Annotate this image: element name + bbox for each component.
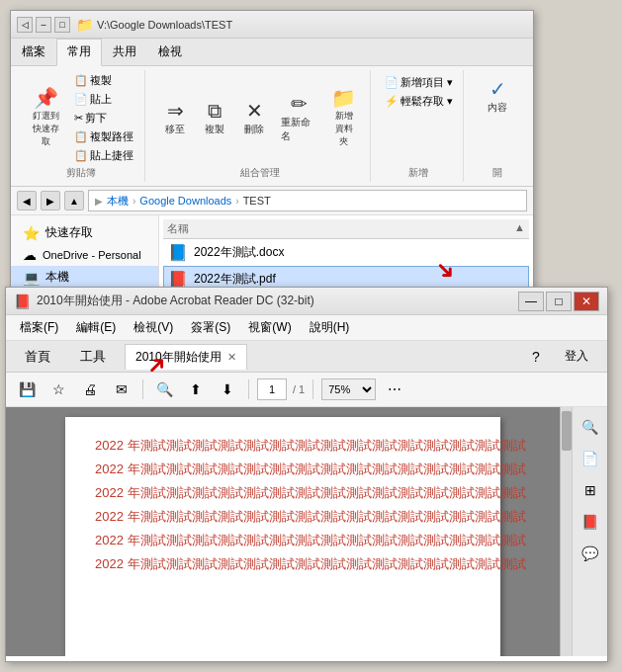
acrobat-title-icon: 📕 xyxy=(14,294,31,309)
rename-label: 重新命名 xyxy=(281,116,316,143)
delete-label: 刪除 xyxy=(244,123,264,136)
scrollbar-thumb[interactable] xyxy=(562,411,572,451)
pdf-line-5: 2022 年測試測試測試測試測試測試測試測試測試測試測試測試測試測試測試 xyxy=(95,532,471,549)
minimize-button[interactable]: — xyxy=(518,292,544,311)
acrobat-menubar: 檔案(F) 編輯(E) 檢視(V) 簽署(S) 視窗(W) 說明(H) xyxy=(6,315,607,341)
menu-view[interactable]: 檢視(V) xyxy=(128,317,179,338)
open-label: 開 xyxy=(492,164,502,180)
menu-edit[interactable]: 編輯(E) xyxy=(70,317,122,338)
menu-window[interactable]: 視窗(W) xyxy=(242,317,297,338)
onedrive-icon: ☁ xyxy=(23,247,37,263)
up-button[interactable]: ▲ xyxy=(64,191,84,210)
menu-sign[interactable]: 簽署(S) xyxy=(185,317,236,338)
scroll-down-button[interactable]: ⬇ xyxy=(215,377,240,402)
tab-view[interactable]: 檢視 xyxy=(147,39,193,65)
pin-icon: 📌 xyxy=(34,88,58,108)
help-button[interactable]: ? xyxy=(522,343,550,371)
copy-label: 複製 xyxy=(90,73,112,88)
tab-close-button[interactable]: ✕ xyxy=(227,351,236,364)
copy-path-label: 複製路徑 xyxy=(90,129,133,144)
properties-button[interactable]: ✓ 內容 xyxy=(480,76,515,118)
cut-label: 剪下 xyxy=(85,111,107,126)
menu-file[interactable]: 檔案(F) xyxy=(14,317,64,338)
explorer-folder-icon: 📁 xyxy=(76,17,93,33)
easy-access-button[interactable]: ⚡ 輕鬆存取 ▾ xyxy=(382,93,456,110)
zoom-tool-button[interactable]: 🔍 xyxy=(577,413,604,441)
signin-button[interactable]: 登入 xyxy=(558,343,595,371)
copy-to-icon: ⧉ xyxy=(208,101,222,121)
acrobat-tabs: 首頁 工具 2010年開始使用 ✕ ? 登入 xyxy=(6,341,607,373)
path-sep2: › xyxy=(235,196,238,207)
toolbar-sep1 xyxy=(142,379,143,399)
acrobat-toolbar: 💾 ☆ 🖨 ✉ 🔍 ⬆ ⬇ / 1 75% 100% 125% 150% ⋯ xyxy=(6,373,607,407)
doc-tab-label: 2010年開始使用 xyxy=(135,349,222,366)
explorer-titlebar-icon1: ◁ xyxy=(17,17,33,33)
sidebar-item-this-pc[interactable]: 💻 本機 xyxy=(11,266,158,289)
tab-home[interactable]: 常用 xyxy=(56,39,102,66)
ribbon: 檔案 常用 共用 檢視 📌 釘選到快速存取 📋 複製 📄 貼上 ✂ 剪下 📋 複 xyxy=(11,39,533,187)
tab-file[interactable]: 檔案 xyxy=(11,39,56,65)
easy-access-label: 輕鬆存取 ▾ xyxy=(400,94,453,109)
copy-path-button[interactable]: 📋 複製路徑 xyxy=(71,128,136,145)
tab-home[interactable]: 首頁 xyxy=(10,341,65,373)
save-button[interactable]: 💾 xyxy=(14,377,40,402)
pdf-line-2: 2022 年測試測試測試測試測試測試測試測試測試測試測試測試測試測試測試 xyxy=(95,461,471,478)
file-item-docx[interactable]: 📘 2022年測試.docx xyxy=(163,239,529,266)
pin-button[interactable]: 📌 釘選到快速存取 xyxy=(25,85,67,151)
zoom-out-button[interactable]: 🔍 xyxy=(151,377,177,402)
paste-button[interactable]: 📄 貼上 xyxy=(71,91,136,108)
print-button[interactable]: 🖨 xyxy=(77,377,103,402)
address-path[interactable]: ▶ 本機 › Google Downloads › TEST xyxy=(88,190,527,211)
menu-help[interactable]: 說明(H) xyxy=(304,317,356,338)
tab-share[interactable]: 共用 xyxy=(102,39,147,65)
tab-right-controls: ? 登入 xyxy=(514,343,603,371)
clipboard-buttons: 📌 釘選到快速存取 📋 複製 📄 貼上 ✂ 剪下 📋 複製路徑 📋 貼上捷徑 xyxy=(25,72,136,164)
add-pdf-button[interactable]: 📄 xyxy=(577,445,604,472)
pdf-line-6: 2022 年測試測試測試測試測試測試測試測試測試測試測試測試測試測試測試 xyxy=(95,555,471,573)
copy-button[interactable]: 📋 複製 xyxy=(71,72,136,89)
new-item-button[interactable]: 📄 新增項目 ▾ xyxy=(382,74,456,91)
more-options-button[interactable]: ⋯ xyxy=(382,377,407,402)
new-folder-button[interactable]: 📁 新增資料夾 xyxy=(326,85,362,151)
back-button[interactable]: ◀ xyxy=(17,191,37,210)
acrobat-window: 📕 2010年開始使用 - Adobe Acrobat Reader DC (3… xyxy=(5,287,608,662)
path-home[interactable]: 本機 xyxy=(107,194,129,209)
tab-document[interactable]: 2010年開始使用 ✕ xyxy=(125,344,247,370)
ribbon-group-organize: ⇒ 移至 ⧉ 複製 ✕ 刪除 ✏ 重新命名 xyxy=(149,70,370,182)
scroll-up-button[interactable]: ⬆ xyxy=(183,377,209,402)
new-label: 新增 xyxy=(408,164,428,180)
delete-icon: ✕ xyxy=(246,101,263,121)
sidebar-item-quick-access[interactable]: ⭐ 快速存取 xyxy=(11,221,158,244)
path-google-downloads[interactable]: Google Downloads xyxy=(139,195,231,207)
close-button[interactable]: ✕ xyxy=(574,292,599,311)
paste-shortcut-button[interactable]: 📋 貼上捷徑 xyxy=(71,147,136,164)
name-column-header: 名稱 xyxy=(167,221,189,236)
path-test[interactable]: TEST xyxy=(243,195,271,207)
organize-pages-button[interactable]: ⊞ xyxy=(577,476,604,504)
zoom-select[interactable]: 75% 100% 125% 150% xyxy=(321,378,376,400)
pdf-viewer[interactable]: 2022 年測試測試測試測試測試測試測試測試測試測試測試測試測試測試測試 202… xyxy=(6,407,560,656)
delete-button[interactable]: ✕ 刪除 xyxy=(236,98,272,139)
copy-to-button[interactable]: ⧉ 複製 xyxy=(197,98,232,139)
tab-tools[interactable]: 工具 xyxy=(65,341,121,373)
move-button[interactable]: ⇒ 移至 xyxy=(157,98,193,139)
sidebar-item-onedrive[interactable]: ☁ OneDrive - Personal xyxy=(11,244,158,266)
properties-label: 內容 xyxy=(488,101,507,115)
cut-button[interactable]: ✂ 剪下 xyxy=(71,110,136,126)
explorer-title: V:\Google Downloads\TEST xyxy=(97,19,527,31)
acrobat-title: 2010年開始使用 - Adobe Acrobat Reader DC (32-… xyxy=(37,293,518,309)
bookmark-button[interactable]: ☆ xyxy=(45,377,71,402)
email-button[interactable]: ✉ xyxy=(109,377,134,402)
paste-shortcut-label: 貼上捷徑 xyxy=(90,148,133,163)
maximize-button[interactable]: □ xyxy=(546,292,572,311)
address-bar: ◀ ▶ ▲ ▶ 本機 › Google Downloads › TEST xyxy=(11,187,533,215)
rename-button[interactable]: ✏ 重新命名 xyxy=(276,91,321,146)
new-item-label: 新增項目 ▾ xyxy=(400,75,453,90)
comment-button[interactable]: 💬 xyxy=(577,540,604,567)
sort-arrow: ▲ xyxy=(514,221,525,236)
pdf-filename: 2022年測試.pdf xyxy=(194,271,276,288)
page-input[interactable] xyxy=(257,378,287,400)
export-button[interactable]: 📕 xyxy=(577,508,604,536)
vertical-scrollbar[interactable] xyxy=(560,407,572,656)
forward-button[interactable]: ▶ xyxy=(41,191,60,210)
